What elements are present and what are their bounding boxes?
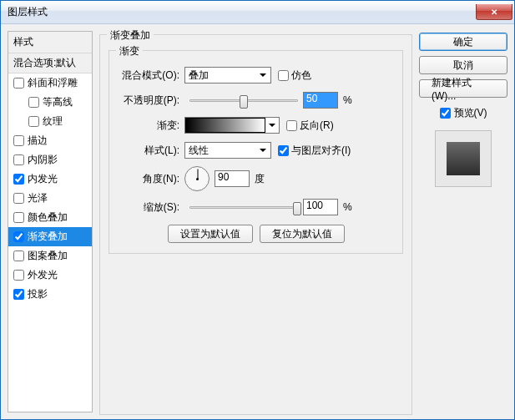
style-item[interactable]: 等高线 (8, 93, 92, 112)
style-item[interactable]: 渐变叠加 (8, 227, 92, 246)
style-item-label: 斜面和浮雕 (28, 76, 78, 90)
style-item-checkbox[interactable] (13, 135, 24, 146)
style-item-label: 外发光 (28, 268, 58, 282)
gradient-picker[interactable] (184, 117, 280, 134)
blend-mode-dropdown[interactable]: 叠加 (184, 67, 271, 83)
close-button[interactable] (476, 4, 512, 20)
inner-group-title: 渐变 (116, 44, 143, 58)
style-item[interactable]: 内阴影 (8, 150, 92, 170)
style-item-checkbox[interactable] (28, 97, 39, 108)
cancel-button[interactable]: 取消 (419, 56, 507, 74)
chevron-down-icon (256, 69, 269, 81)
opacity-label: 不透明度(P): (119, 94, 184, 108)
style-item-label: 纹理 (43, 114, 63, 129)
gradient-swatch[interactable] (185, 118, 265, 133)
style-item-label: 光泽 (28, 191, 48, 205)
angle-label: 角度(N): (119, 172, 184, 186)
scale-slider[interactable] (189, 206, 298, 209)
slider-thumb[interactable] (240, 95, 248, 109)
style-item-label: 描边 (28, 134, 48, 148)
align-checkbox[interactable] (278, 145, 289, 156)
window-title: 图层样式 (8, 5, 48, 19)
style-item[interactable]: 斜面和浮雕 (8, 73, 92, 93)
gradient-label: 渐变: (119, 119, 184, 133)
angle-input[interactable]: 90 (215, 170, 250, 187)
style-item-checkbox[interactable] (13, 270, 24, 281)
scale-input[interactable]: 100 (303, 199, 338, 215)
style-label: 样式(L): (119, 144, 184, 158)
style-item-checkbox[interactable] (13, 78, 24, 89)
style-list-header: 样式 (8, 32, 92, 53)
style-item[interactable]: 投影 (8, 285, 92, 304)
angle-dial[interactable] (184, 166, 210, 191)
right-panel: 确定 取消 新建样式(W)... 预览(V) (419, 31, 507, 412)
scale-label: 缩放(S): (119, 200, 184, 215)
style-item-label: 图案叠加 (28, 249, 68, 263)
style-item[interactable]: 描边 (8, 131, 92, 150)
style-item-label: 内阴影 (28, 153, 58, 167)
style-item-checkbox[interactable] (13, 154, 24, 165)
main-panel: 渐变叠加 渐变 混合模式(O): 叠加 仿色 (99, 31, 412, 412)
style-item-label: 内发光 (28, 172, 58, 186)
style-item-label: 颜色叠加 (28, 210, 68, 225)
style-item-label: 渐变叠加 (28, 230, 68, 244)
style-item[interactable]: 光泽 (8, 189, 92, 208)
dither-checkbox[interactable] (278, 70, 289, 81)
style-list: 样式 混合选项:默认 斜面和浮雕等高线纹理描边内阴影内发光光泽颜色叠加渐变叠加图… (8, 31, 93, 412)
ok-button[interactable]: 确定 (419, 33, 507, 51)
style-item-checkbox[interactable] (13, 174, 24, 185)
style-item[interactable]: 纹理 (8, 112, 92, 131)
set-default-button[interactable]: 设置为默认值 (168, 225, 253, 243)
style-item-checkbox[interactable] (28, 116, 39, 127)
preview-swatch (447, 142, 480, 175)
style-item-checkbox[interactable] (13, 250, 24, 261)
style-item[interactable]: 图案叠加 (8, 246, 92, 266)
slider-thumb[interactable] (293, 202, 301, 215)
opacity-slider[interactable] (189, 99, 298, 102)
reset-default-button[interactable]: 复位为默认值 (260, 225, 345, 243)
chevron-down-icon[interactable] (265, 118, 279, 133)
preview-box (435, 130, 492, 187)
style-item-checkbox[interactable] (13, 193, 24, 204)
style-item-checkbox[interactable] (13, 231, 24, 242)
group-title: 渐变叠加 (107, 28, 154, 43)
preview-checkbox[interactable] (440, 108, 451, 119)
style-dropdown[interactable]: 线性 (184, 142, 271, 159)
style-item[interactable]: 颜色叠加 (8, 208, 92, 227)
chevron-down-icon (256, 144, 269, 156)
style-item-checkbox[interactable] (13, 212, 24, 223)
style-item[interactable]: 外发光 (8, 266, 92, 285)
style-item-label: 投影 (28, 287, 48, 301)
opacity-input[interactable]: 50 (303, 92, 338, 109)
style-item[interactable]: 内发光 (8, 170, 92, 189)
titlebar: 图层样式 (1, 1, 514, 24)
style-item-label: 等高线 (43, 95, 73, 109)
style-item-checkbox[interactable] (13, 289, 24, 300)
reverse-checkbox[interactable] (286, 120, 297, 131)
blend-options-row[interactable]: 混合选项:默认 (8, 53, 92, 73)
blend-mode-label: 混合模式(O): (119, 68, 184, 83)
new-style-button[interactable]: 新建样式(W)... (419, 79, 507, 98)
layer-style-dialog: 图层样式 样式 混合选项:默认 斜面和浮雕等高线纹理描边内阴影内发光光泽颜色叠加… (0, 0, 515, 420)
